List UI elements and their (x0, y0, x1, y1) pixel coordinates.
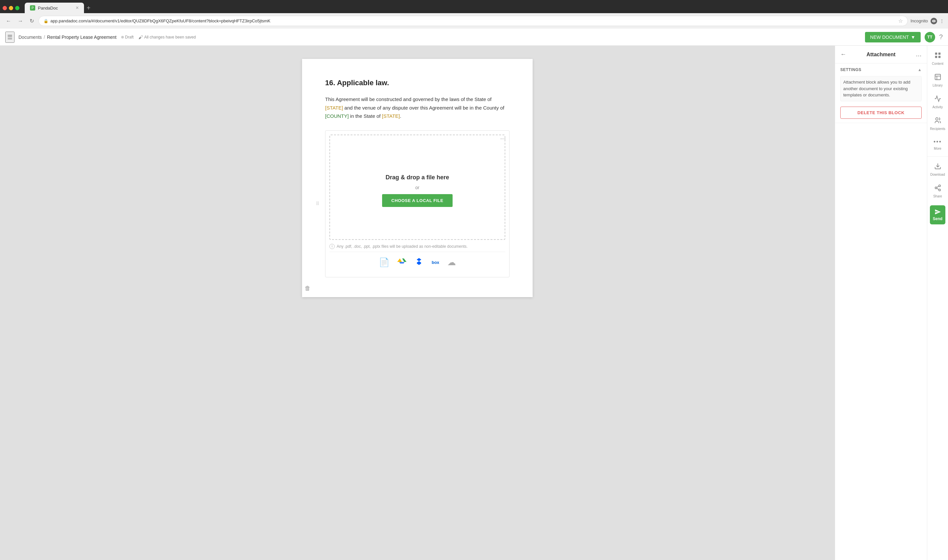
settings-section-title: SETTINGS (840, 68, 862, 72)
svg-rect-3 (938, 56, 940, 58)
new-doc-chevron: ▼ (911, 35, 916, 40)
send-btn[interactable]: Send (930, 205, 945, 225)
svg-rect-4 (935, 74, 940, 80)
sidebar-icons: Content Library Activity Recipients ••• … (927, 46, 948, 560)
google-drive-icon[interactable] (397, 257, 406, 268)
new-tab-btn[interactable]: + (86, 4, 91, 12)
active-tab[interactable]: P PandaDoc × (25, 3, 84, 13)
save-icon: 🖌 (138, 35, 143, 40)
back-btn[interactable]: ← (4, 17, 13, 25)
maximize-traffic-light[interactable] (15, 6, 19, 10)
status-badge: Draft (121, 35, 134, 40)
status-text: Draft (125, 35, 134, 40)
minimize-traffic-light[interactable] (9, 6, 13, 10)
new-document-btn[interactable]: NEW DOCUMENT ▼ (865, 32, 921, 42)
sidebar-item-more[interactable]: ••• More (927, 135, 948, 154)
file-sources: 📄 (329, 252, 505, 273)
attachment-block-wrapper: ⠿ … Drag & drop a file here or CHOOSE A … (325, 130, 510, 277)
delete-block-btn[interactable]: 🗑 (305, 285, 310, 292)
svg-point-7 (936, 118, 938, 120)
sidebar-divider (927, 156, 948, 157)
sidebar-item-share[interactable]: Share (927, 181, 948, 202)
help-btn[interactable]: ? (939, 33, 943, 41)
user-avatar: TT (925, 32, 935, 42)
new-doc-label: NEW DOCUMENT (870, 35, 909, 40)
attachment-menu-btn[interactable]: … (500, 134, 506, 141)
sidebar-item-library[interactable]: Library (927, 70, 948, 91)
box-icon[interactable]: box (431, 258, 439, 267)
url-text: app.pandadoc.com/a/#/document/v1/editor/… (50, 18, 270, 23)
share-label: Share (933, 194, 942, 198)
sidebar-item-content[interactable]: Content (927, 48, 948, 69)
browser-menu-btn[interactable]: ⋮ (940, 18, 944, 23)
lock-icon: 🔒 (43, 19, 48, 23)
cloud-icon[interactable]: ☁ (447, 257, 456, 268)
incognito-label: Incognito (911, 18, 928, 23)
incognito-area: Incognito ⋮ (911, 18, 944, 25)
choose-file-btn[interactable]: CHOOSE A LOCAL FILE (382, 194, 452, 207)
settings-section: SETTINGS ▲ Attachment block allows you t… (835, 63, 927, 123)
breadcrumb-documents-link[interactable]: Documents (19, 35, 42, 40)
download-label: Download (930, 173, 945, 176)
tab-favicon: P (30, 5, 35, 11)
status-dot (121, 36, 124, 38)
activity-icon (934, 95, 942, 104)
close-traffic-light[interactable] (3, 6, 7, 10)
url-input[interactable]: 🔒 app.pandadoc.com/a/#/document/v1/edito… (39, 16, 908, 26)
header-right: NEW DOCUMENT ▼ TT ? (865, 32, 943, 42)
settings-toggle[interactable]: ▲ (918, 68, 922, 72)
content-label: Content (932, 62, 943, 66)
send-btn-label: Send (933, 217, 942, 221)
library-label: Library (933, 83, 943, 87)
refresh-btn[interactable]: ↻ (28, 17, 36, 25)
drag-drop-text: Drag & drop a file here (385, 174, 449, 181)
sidebar-item-recipients[interactable]: Recipients (927, 114, 948, 134)
sidebar-item-download[interactable]: Download (927, 159, 948, 180)
state-highlight-2: [STATE] (382, 113, 400, 119)
svg-line-13 (936, 186, 939, 188)
svg-rect-2 (935, 56, 937, 58)
panel-header: ← Attachment … (835, 46, 927, 63)
star-btn[interactable]: ☆ (898, 18, 903, 24)
google-docs-icon[interactable]: 📄 (379, 257, 389, 268)
save-status: 🖌 All changes have been saved (138, 35, 196, 40)
section-heading: 16. Applicable law. (325, 78, 510, 87)
sidebar-item-activity[interactable]: Activity (927, 92, 948, 112)
breadcrumb-doc-title: Rental Property Lease Agreement (47, 35, 117, 40)
activity-label: Activity (933, 105, 943, 109)
doc-page: 🗑 16. Applicable law. This Agreement wil… (302, 59, 533, 297)
attachment-footer-text: Any .pdf, .doc, .ppt, .pptx files will b… (337, 244, 468, 249)
more-label: More (934, 147, 942, 150)
settings-section-header: SETTINGS ▲ (840, 68, 922, 72)
right-panel: ← Attachment … SETTINGS ▲ Attachment blo… (835, 46, 927, 560)
download-icon (934, 163, 942, 171)
forward-btn[interactable]: → (16, 17, 25, 25)
svg-point-9 (939, 185, 940, 187)
attachment-info-text: Attachment block allows you to add anoth… (840, 76, 922, 102)
tab-close-btn[interactable]: × (76, 5, 79, 11)
section-text: This Agreement will be constructed and g… (325, 95, 510, 120)
attachment-footer: i Any .pdf, .doc, .ppt, .pptx files will… (329, 244, 505, 249)
info-icon: i (329, 244, 335, 249)
svg-rect-1 (938, 53, 940, 55)
dropbox-icon[interactable] (414, 257, 424, 268)
svg-point-11 (939, 189, 940, 191)
county-highlight: [COUNTY] (325, 113, 349, 119)
browser-chrome: P PandaDoc × + ← → ↻ 🔒 app.pandadoc.com/… (0, 0, 948, 29)
attachment-drop-zone[interactable]: Drag & drop a file here or CHOOSE A LOCA… (329, 135, 505, 240)
panel-more-btn[interactable]: … (916, 51, 922, 58)
address-bar: ← → ↻ 🔒 app.pandadoc.com/a/#/document/v1… (0, 13, 948, 29)
breadcrumb-separator: / (44, 35, 45, 40)
svg-line-12 (936, 188, 939, 189)
delete-block-panel-btn[interactable]: DELETE THIS BLOCK (840, 107, 922, 119)
panel-back-btn[interactable]: ← (840, 51, 846, 58)
drag-handle-icon[interactable]: ⠿ (316, 202, 319, 206)
or-text: or (415, 185, 419, 190)
svg-point-10 (935, 187, 937, 189)
library-icon (934, 73, 942, 82)
tab-bar: P PandaDoc × + (0, 0, 948, 13)
hamburger-menu-btn[interactable]: ☰ (5, 32, 14, 43)
recipients-icon (934, 117, 942, 126)
recipients-label: Recipients (930, 127, 945, 131)
attachment-outer: … Drag & drop a file here or CHOOSE A LO… (325, 130, 510, 277)
